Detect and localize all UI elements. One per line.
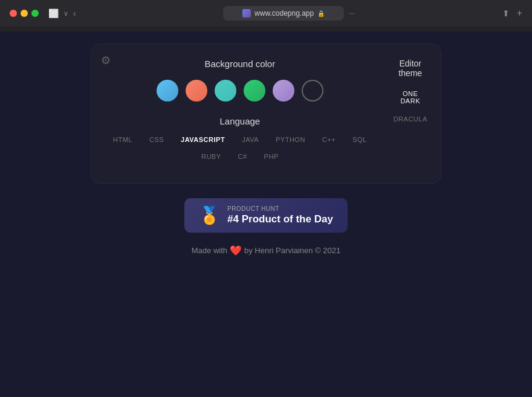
made-with-text: Made with — [192, 246, 227, 255]
product-hunt-text: Product Hunt #4 Product of the Day — [227, 205, 333, 225]
favicon-icon — [242, 9, 251, 18]
gear-icon: ⚙ — [101, 54, 111, 66]
language-row-1: HTML CSS JAVASCRIPT JAVA PYTHON C++ SQL — [111, 135, 369, 144]
footer: Made with ❤️ by Henri Parviainen © 2021 — [192, 245, 340, 256]
lang-javascript[interactable]: JAVASCRIPT — [178, 135, 227, 144]
lang-sql[interactable]: SQL — [350, 135, 369, 144]
browser-actions: ⬆ + — [502, 8, 522, 19]
gear-button[interactable]: ⚙ — [101, 54, 111, 67]
back-arrow-icon[interactable]: ‹ — [73, 8, 76, 18]
lang-php[interactable]: PHP — [262, 152, 281, 161]
url-pill[interactable]: www.codepng.app 🔒 — [223, 6, 344, 21]
product-hunt-title: #4 Product of the Day — [227, 213, 333, 225]
browser-controls: ⬜ ∨ ‹ — [48, 8, 76, 18]
titlebar: ⬜ ∨ ‹ www.codepng.app 🔒 ··· ⬆ + — [10, 6, 522, 27]
product-hunt-label: Product Hunt — [227, 205, 333, 212]
swatch-none[interactable] — [302, 80, 323, 102]
language-section: Language HTML CSS JAVASCRIPT JAVA PYTHON… — [111, 116, 369, 161]
lang-csharp[interactable]: C# — [236, 152, 250, 161]
share-icon[interactable]: ⬆ — [502, 8, 510, 18]
language-label: Language — [111, 116, 369, 126]
swatch-coral[interactable] — [186, 80, 207, 102]
swatch-teal[interactable] — [215, 80, 236, 102]
swatch-purple[interactable] — [273, 80, 294, 102]
lang-cpp[interactable]: C++ — [320, 135, 338, 144]
browser-content: ⚙ Background color Language — [0, 31, 532, 397]
color-swatches — [111, 80, 369, 102]
lang-html[interactable]: HTML — [111, 135, 135, 144]
traffic-lights — [10, 10, 39, 17]
tab-bar — [0, 27, 532, 31]
swatch-blue[interactable] — [157, 80, 178, 102]
sidebar-toggle-icon[interactable]: ⬜ — [48, 8, 59, 18]
chevron-down-icon[interactable]: ∨ — [63, 10, 68, 18]
lang-css[interactable]: CSS — [147, 135, 166, 144]
url-text: www.codepng.app — [255, 9, 314, 18]
footer-by-text: by Henri Parviainen © 2021 — [244, 246, 340, 255]
medal-icon: 🏅 — [199, 205, 220, 225]
close-button[interactable] — [10, 10, 17, 17]
more-options-icon[interactable]: ··· — [349, 9, 355, 18]
heart-icon: ❤️ — [230, 245, 242, 256]
lang-python[interactable]: PYTHON — [273, 135, 308, 144]
settings-panel: ⚙ Background color Language — [91, 44, 441, 184]
lang-ruby[interactable]: RUBY — [199, 152, 224, 161]
language-row-2: RUBY C# PHP — [111, 152, 369, 161]
editor-theme-label: Editor theme — [389, 59, 432, 78]
lock-icon: 🔒 — [317, 10, 325, 17]
new-tab-icon[interactable]: + — [517, 8, 522, 19]
lang-java[interactable]: JAVA — [239, 135, 261, 144]
minimize-button[interactable] — [21, 10, 28, 17]
background-color-label: Background color — [111, 59, 369, 69]
panel-right: Editor theme ONE DARK DRACULA — [389, 59, 432, 169]
theme-dracula[interactable]: DRACULA — [389, 113, 432, 125]
product-hunt-badge[interactable]: 🏅 Product Hunt #4 Product of the Day — [184, 198, 348, 233]
maximize-button[interactable] — [31, 10, 39, 17]
theme-one-dark[interactable]: ONE DARK — [389, 88, 432, 107]
panel-left: Background color Language HTML CSS JAVA — [111, 59, 369, 169]
swatch-green[interactable] — [244, 80, 265, 102]
panel-content: Background color Language HTML CSS JAVA — [111, 59, 421, 169]
address-bar: www.codepng.app 🔒 ··· — [83, 6, 495, 21]
browser-chrome: ⬜ ∨ ‹ www.codepng.app 🔒 ··· ⬆ + — [0, 0, 532, 27]
